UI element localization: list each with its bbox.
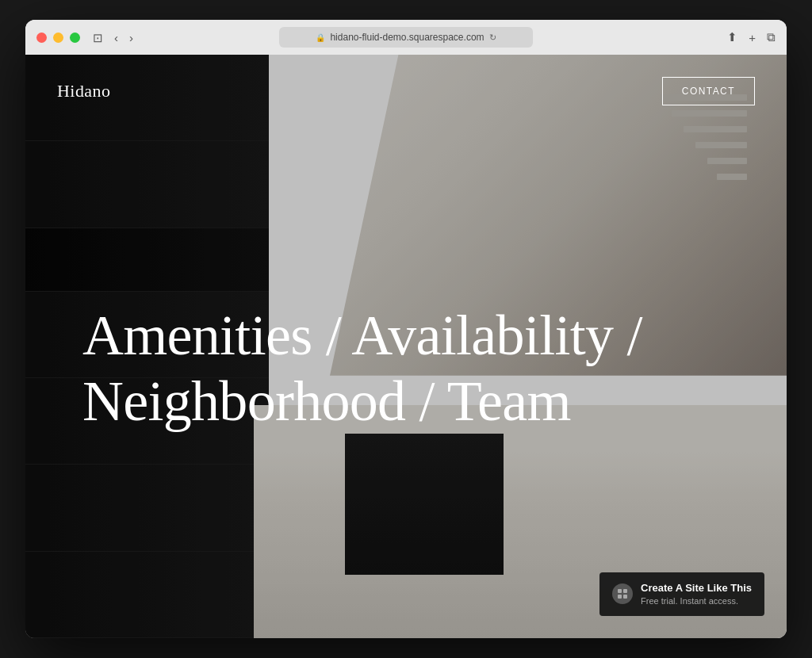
close-button[interactable] <box>36 33 47 43</box>
svg-rect-1 <box>623 589 627 593</box>
sidebar-toggle-icon[interactable]: ⊡ <box>93 32 103 44</box>
badge-title: Create A Site Like This <box>641 582 752 595</box>
squarespace-logo-icon <box>612 583 633 604</box>
site-logo: Hidano <box>57 81 110 101</box>
back-icon[interactable]: ‹ <box>114 32 118 44</box>
hero-headline: Amenities / Availability / Neighborhood … <box>82 303 730 434</box>
traffic-lights <box>36 33 80 43</box>
title-bar: ⊡ ‹ › 🔒 hidano-fluid-demo.squarespace.co… <box>25 20 787 55</box>
hero-text-block: Amenities / Availability / Neighborhood … <box>82 303 730 434</box>
forward-icon[interactable]: › <box>129 32 133 44</box>
lock-icon: 🔒 <box>316 33 325 42</box>
url-text: hidano-fluid-demo.squarespace.com <box>330 32 484 43</box>
contact-button[interactable]: CONTACT <box>662 77 755 105</box>
squarespace-badge[interactable]: Create A Site Like This Free trial. Inst… <box>599 572 764 616</box>
share-icon[interactable]: ⬆ <box>727 30 737 44</box>
maximize-button[interactable] <box>70 33 80 43</box>
hero-line-2: Neighborhood / Team <box>82 369 571 433</box>
svg-rect-0 <box>618 589 622 593</box>
new-tab-icon[interactable]: + <box>749 31 756 44</box>
tabs-icon[interactable]: ⧉ <box>767 30 776 44</box>
svg-rect-3 <box>623 595 627 599</box>
site-content: Hidano CONTACT Amenities / Availability … <box>25 55 787 638</box>
badge-subtitle: Free trial. Instant access. <box>641 595 752 606</box>
minimize-button[interactable] <box>53 33 63 43</box>
navigation: Hidano CONTACT <box>25 55 787 128</box>
hero-line-1: Amenities / Availability / <box>82 304 642 367</box>
svg-rect-2 <box>618 595 622 599</box>
reload-icon[interactable]: ↻ <box>489 33 496 43</box>
squarespace-badge-text: Create A Site Like This Free trial. Inst… <box>641 582 752 606</box>
title-bar-right-controls: ⬆ + ⧉ <box>727 30 776 44</box>
mac-window: ⊡ ‹ › 🔒 hidano-fluid-demo.squarespace.co… <box>25 20 787 638</box>
address-bar[interactable]: 🔒 hidano-fluid-demo.squarespace.com ↻ <box>279 27 533 48</box>
nav-controls: ⊡ ‹ › <box>93 32 133 44</box>
